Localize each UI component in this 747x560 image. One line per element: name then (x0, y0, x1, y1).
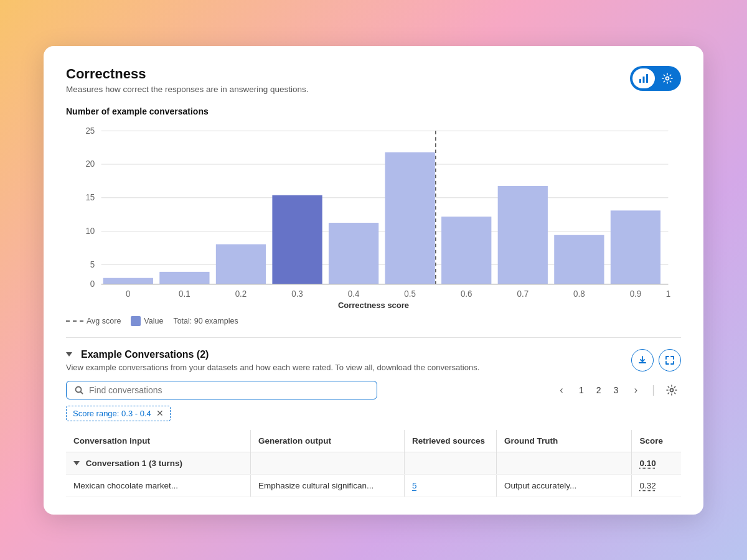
table-row-data-1: Mexican chocolate market... Emphasize cu… (66, 474, 681, 497)
settings-toggle[interactable] (656, 68, 679, 88)
pagination-next[interactable]: › (627, 381, 644, 399)
conversation-expand-icon[interactable] (73, 461, 80, 465)
bar-chart-icon (638, 73, 649, 84)
conversation-1-gen (250, 452, 404, 474)
bar-7 (498, 185, 548, 284)
value-label: Value (144, 317, 163, 325)
bar-4 (329, 223, 378, 284)
svg-rect-2 (646, 74, 648, 83)
data-row-1-output: Emphasize cultural significan... (250, 474, 404, 497)
example-conversations-subtitle: View example conversations from your dat… (66, 363, 479, 372)
svg-text:20: 20 (85, 158, 95, 169)
svg-text:0.8: 0.8 (573, 288, 585, 298)
example-conversations-title: Example Conversations (2) (81, 349, 209, 360)
bar-5 (385, 152, 435, 284)
svg-rect-1 (643, 77, 645, 83)
section-header-left: Example Conversations (2) View example c… (66, 349, 479, 372)
data-row-1-score: 0.32 (632, 474, 681, 497)
table-row-conversation-1: Conversation 1 (3 turns) 0.10 (66, 452, 681, 474)
data-row-1-input: Mexican chocolate market... (66, 474, 250, 497)
legend-avg: Avg score (66, 317, 121, 325)
page-title: Correctness (66, 66, 308, 82)
page-subtitle: Measures how correct the responses are i… (66, 85, 308, 94)
collapse-icon[interactable] (66, 352, 72, 357)
bar-2 (216, 244, 266, 284)
conversation-1-title: Conversation 1 (3 turns) (86, 459, 182, 468)
bar-0 (103, 278, 153, 284)
search-box[interactable] (66, 381, 377, 399)
svg-text:0.3: 0.3 (291, 288, 303, 298)
bar-8 (554, 235, 604, 284)
data-row-1-sources: 5 (404, 474, 496, 497)
bar-chart-toggle[interactable] (632, 68, 655, 88)
pagination: ‹ 1 2 3 › | (553, 381, 681, 399)
data-row-1-truth: Output accurately... (497, 474, 632, 497)
example-conversations-header: Example Conversations (2) View example c… (66, 349, 681, 372)
svg-text:0: 0 (126, 288, 131, 298)
chart-x-axis-label: Correctness score (66, 301, 681, 310)
expand-button[interactable] (659, 349, 681, 371)
header-text: Correctness Measures how correct the res… (66, 66, 308, 94)
download-button[interactable] (631, 349, 654, 371)
section-divider (66, 337, 681, 338)
svg-text:25: 25 (85, 125, 95, 136)
view-toggle-group (630, 66, 681, 91)
col-header-ground-truth: Ground Truth (497, 430, 632, 452)
svg-point-3 (666, 77, 669, 80)
gear-icon (662, 73, 673, 84)
conversations-table: Conversation input Generation output Ret… (66, 430, 681, 497)
svg-rect-0 (639, 79, 641, 83)
total-label: Total: 90 examples (173, 317, 238, 325)
avg-line-legend (66, 320, 83, 322)
svg-text:0.2: 0.2 (235, 288, 247, 298)
col-header-conversation-input: Conversation input (66, 430, 250, 452)
filter-tag: Score range: 0.3 - 0.4 ✕ (66, 406, 171, 421)
conversation-1-ret (404, 452, 496, 474)
histogram-chart: 25 20 15 10 5 0 (66, 124, 681, 298)
search-icon (74, 385, 84, 395)
bar-6 (441, 217, 491, 284)
card-header: Correctness Measures how correct the res… (66, 66, 681, 94)
svg-point-30 (670, 388, 674, 391)
search-input[interactable] (89, 385, 369, 395)
table-body: Conversation 1 (3 turns) 0.10 Mexican ch… (66, 452, 681, 497)
svg-text:0.4: 0.4 (348, 288, 360, 298)
filter-tag-close-button[interactable]: ✕ (156, 409, 164, 418)
pagination-gear-icon (666, 385, 677, 396)
conversation-1-score: 0.10 (632, 452, 681, 474)
col-header-generation-output: Generation output (250, 430, 404, 452)
svg-text:15: 15 (85, 192, 95, 202)
svg-text:0.5: 0.5 (404, 288, 416, 298)
pagination-page-2[interactable]: 2 (593, 384, 605, 396)
search-pagination-row: ‹ 1 2 3 › | (66, 381, 681, 399)
bar-1 (159, 271, 209, 284)
conversation-1-score-value: 0.10 (639, 459, 655, 468)
svg-text:0: 0 (90, 278, 95, 289)
chart-svg: 25 20 15 10 5 0 (66, 124, 681, 298)
chart-section-title: Number of example conversations (66, 106, 681, 116)
svg-text:10: 10 (85, 225, 95, 236)
col-header-score: Score (632, 430, 681, 452)
svg-text:0.1: 0.1 (179, 288, 190, 298)
svg-text:0.7: 0.7 (517, 288, 529, 298)
data-row-1-sources-link[interactable]: 5 (412, 481, 417, 491)
svg-text:5: 5 (90, 259, 95, 269)
svg-text:1: 1 (666, 288, 671, 298)
pagination-prev[interactable]: ‹ (553, 381, 570, 399)
main-card: Correctness Measures how correct the res… (44, 46, 703, 515)
pagination-page-1[interactable]: 1 (575, 384, 588, 396)
pagination-settings-button[interactable] (662, 381, 681, 399)
legend-value: Value (131, 316, 163, 326)
avg-label: Avg score (87, 317, 121, 325)
bar-9 (611, 210, 660, 284)
pagination-sep: | (652, 383, 655, 396)
pagination-page-3[interactable]: 3 (610, 384, 622, 396)
chart-legend: Avg score Value Total: 90 examples (66, 316, 681, 326)
data-row-1-score-value: 0.32 (639, 481, 655, 490)
bar-3-highlighted (272, 195, 322, 284)
download-icon (637, 355, 647, 365)
value-box-legend (131, 316, 141, 326)
filter-tag-label: Score range: 0.3 - 0.4 (73, 409, 151, 418)
table-header: Conversation input Generation output Ret… (66, 430, 681, 452)
col-header-retrieved-sources: Retrieved sources (404, 430, 496, 452)
